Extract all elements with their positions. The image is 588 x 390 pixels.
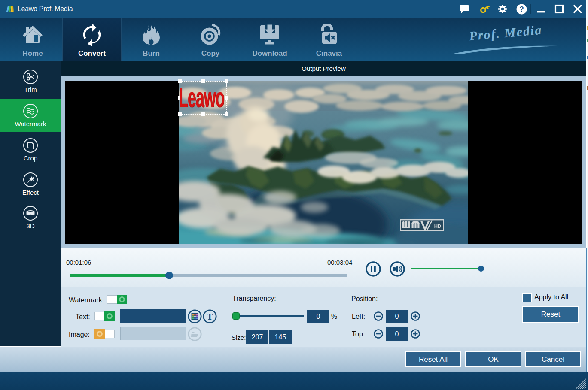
svg-text:HD: HD bbox=[434, 224, 442, 229]
svg-text:?: ? bbox=[519, 5, 524, 13]
svg-text:T: T bbox=[207, 311, 213, 322]
